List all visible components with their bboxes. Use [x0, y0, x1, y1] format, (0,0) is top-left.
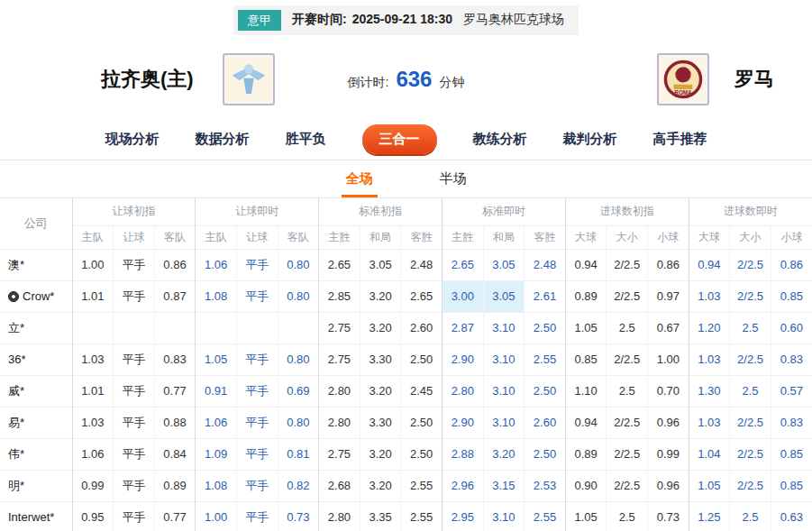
scope-tabs: 全场半场: [0, 160, 812, 198]
bookmaker-name[interactable]: 立*: [0, 312, 72, 343]
subtab-half-match[interactable]: 半场: [435, 170, 471, 197]
odds-cell: 3.35: [360, 501, 401, 531]
odds-cell: 2/2.5: [607, 249, 648, 280]
group-header: 让球即时: [196, 198, 319, 225]
odds-cell: 0.88: [154, 407, 196, 438]
odds-cell: 0.94: [689, 249, 730, 280]
bookmaker-row: 易*1.03平手0.881.06平手0.802.803.302.502.903.…: [0, 407, 812, 438]
odds-cell: 1.03: [72, 343, 114, 375]
odds-cell: 0.86: [771, 249, 812, 280]
nav-tabs: 现场分析数据分析胜平负三合一教练分析裁判分析高手推荐: [0, 119, 812, 160]
odds-cell: 2/2.5: [730, 280, 771, 312]
subtab-full-match[interactable]: 全场: [342, 170, 378, 197]
column-header: 客胜: [401, 225, 442, 249]
odds-cell: 1.03: [689, 343, 730, 375]
column-header: 大小: [730, 225, 771, 249]
bookmaker-row: 立*2.753.202.602.873.102.501.052.50.671.2…: [0, 312, 812, 343]
lazio-eagle-icon: [228, 59, 269, 100]
odds-cell: 1.08: [196, 470, 237, 501]
odds-cell: 2.50: [525, 375, 566, 407]
kickoff-label: 开赛时间:: [292, 12, 347, 28]
column-header: 客胜: [525, 225, 566, 249]
bookmaker-name[interactable]: 威*: [0, 375, 72, 407]
odds-cell: 2/2.5: [730, 438, 771, 470]
odds-cell: 3.10: [483, 343, 525, 375]
odds-cell: 1.06: [196, 407, 237, 438]
odds-cell: 2.50: [401, 438, 442, 470]
column-header: 主胜: [442, 225, 483, 249]
bookmaker-row: 伟*1.06平手0.841.09平手0.812.753.202.502.883.…: [0, 438, 812, 470]
bookmaker-name[interactable]: 36*: [0, 343, 72, 375]
odds-cell: 2/2.5: [730, 407, 771, 438]
bookmaker-row: 36*1.03平手0.831.05平手0.802.753.302.502.903…: [0, 343, 812, 375]
odds-cell: 3.20: [360, 438, 401, 470]
group-header: 进球数即时: [689, 198, 812, 225]
odds-cell: 2.68: [319, 470, 360, 501]
bookmaker-row: Interwet*0.95平手0.771.00平手0.732.803.352.5…: [0, 501, 812, 531]
bookmaker-name[interactable]: 明*: [0, 470, 72, 501]
odds-cell: [154, 312, 196, 343]
bookmaker-name[interactable]: Interwet*: [0, 501, 72, 531]
odds-cell: 2.95: [442, 501, 483, 531]
odds-cell: 平手: [114, 280, 155, 312]
odds-cell: 0.67: [648, 312, 689, 343]
odds-cell: 3.15: [483, 470, 525, 501]
home-team: 拉齐奥(主): [0, 53, 348, 105]
odds-cell: 1.30: [689, 375, 730, 407]
countdown-label: 倒计时:: [348, 75, 389, 91]
bookmaker-row: 明*0.99平手0.891.08平手0.822.683.202.552.963.…: [0, 470, 812, 501]
target-ball-icon: [8, 291, 19, 302]
bookmaker-name[interactable]: 伟*: [0, 438, 72, 470]
nav-tab-win-draw-lose[interactable]: 胜平负: [286, 131, 326, 148]
nav-tab-expert-recommend[interactable]: 高手推荐: [653, 131, 707, 148]
odds-cell: 1.20: [689, 312, 730, 343]
odds-cell: 2.61: [525, 280, 566, 312]
countdown-unit: 分钟: [439, 75, 464, 91]
odds-cell: [196, 312, 237, 343]
match-info-chip: 意甲 开赛时间: 2025-09-21 18:30 罗马奥林匹克球场: [233, 5, 579, 35]
odds-cell: 2/2.5: [730, 343, 771, 375]
svg-text:ROMA: ROMA: [674, 89, 692, 96]
nav-tab-referee-analysis[interactable]: 裁判分析: [563, 131, 617, 148]
odds-cell: 平手: [236, 375, 278, 407]
odds-cell: 2.53: [525, 470, 566, 501]
odds-cell: 0.82: [278, 470, 319, 501]
away-team: ROMA 罗马: [464, 53, 812, 105]
odds-cell: 2.75: [319, 343, 360, 375]
odds-cell: 0.63: [771, 501, 812, 531]
odds-cell: 2.60: [401, 312, 442, 343]
column-header: 客队: [154, 225, 196, 249]
odds-cell: 3.10: [483, 407, 525, 438]
odds-cell: 平手: [236, 343, 278, 375]
odds-cell: 平手: [236, 280, 278, 312]
nav-tab-coach-analysis[interactable]: 教练分析: [473, 131, 527, 148]
odds-cell: 2.5: [607, 375, 648, 407]
bookmaker-row: 威*1.01平手0.770.91平手0.692.803.202.452.803.…: [0, 375, 812, 407]
odds-table: 公司让球初指让球即时标准初指标准即时进球数初指进球数即时主队让球客队主队让球客队…: [0, 198, 812, 531]
odds-cell: 3.20: [360, 280, 401, 312]
odds-cell: 0.94: [565, 249, 607, 280]
odds-cell: 1.05: [565, 312, 607, 343]
bookmaker-name[interactable]: Crow*: [0, 280, 72, 312]
odds-cell: 2/2.5: [730, 470, 771, 501]
odds-cell: 平手: [114, 343, 155, 375]
odds-cell: 0.77: [154, 501, 196, 531]
odds-cell: 0.77: [154, 375, 196, 407]
odds-cell: 0.83: [771, 343, 812, 375]
odds-cell: 1.03: [72, 407, 114, 438]
odds-cell: 0.83: [154, 343, 196, 375]
league-badge[interactable]: 意甲: [238, 10, 281, 31]
odds-cell: 2.87: [442, 312, 483, 343]
odds-cell: 1.00: [72, 249, 114, 280]
odds-cell: 0.89: [565, 438, 607, 470]
nav-tab-data-analysis[interactable]: 数据分析: [196, 131, 250, 148]
company-column-header: 公司: [0, 198, 72, 249]
odds-cell: 平手: [114, 470, 155, 501]
odds-cell: 0.80: [278, 249, 319, 280]
bookmaker-name[interactable]: 易*: [0, 407, 72, 438]
nav-tab-three-in-one[interactable]: 三合一: [362, 124, 437, 154]
bookmaker-name[interactable]: 澳*: [0, 249, 72, 280]
odds-cell: 2.65: [401, 280, 442, 312]
nav-tab-live-analysis[interactable]: 现场分析: [105, 131, 160, 148]
odds-cell: 0.91: [196, 375, 237, 407]
